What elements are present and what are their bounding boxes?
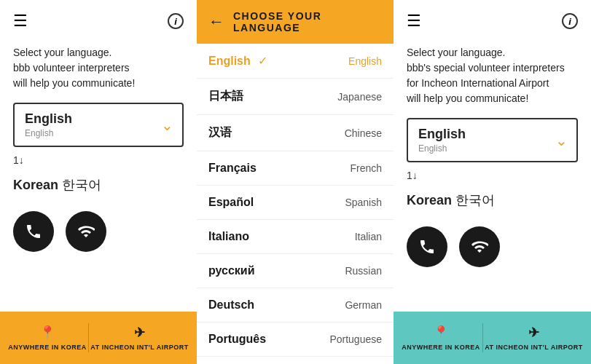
left-footer-airport[interactable]: ✈ AT INCHEON INT'L AIRPORT <box>90 325 188 351</box>
right-footer-bar: 📍 ANYWHERE IN KOREA ✈ AT INCHEON INT'L A… <box>394 312 591 364</box>
back-button[interactable]: ← <box>208 12 224 31</box>
wifi-button-left[interactable] <box>66 211 106 252</box>
lang-english-text: English <box>348 55 382 67</box>
left-footer-bar: 📍 ANYWHERE IN KOREA ✈ AT INCHEON INT'L A… <box>0 312 197 364</box>
panel-left: ☰ i Select your language. bbb volunteer … <box>0 0 197 364</box>
right-target-lang-native: 한국어 <box>455 193 495 207</box>
lang-english-text: Russian <box>345 265 382 277</box>
language-item[interactable]: PortuguêsPortuguese <box>197 323 394 357</box>
lang-native-text: Français <box>208 162 257 175</box>
left-action-buttons <box>13 211 184 252</box>
lang-native-text: 日本語 <box>208 89 243 104</box>
lang-english-text: Portuguese <box>329 333 382 345</box>
info-icon-right[interactable]: i <box>562 13 578 29</box>
lang-english-text: Spanish <box>345 197 382 208</box>
lang-native-text: Italiano <box>208 230 249 243</box>
chevron-down-icon-left: ⌄ <box>161 116 173 134</box>
left-header: ☰ i <box>0 0 197 42</box>
hamburger-icon-left[interactable]: ☰ <box>13 12 28 31</box>
language-item[interactable]: русскийRussian <box>197 254 394 288</box>
right-footer-korea[interactable]: 📍 ANYWHERE IN KOREA <box>402 325 480 351</box>
language-item[interactable]: FrançaisFrench <box>197 151 394 186</box>
wifi-icon-right <box>471 238 488 256</box>
left-target-lang-native: 한국어 <box>62 178 101 192</box>
right-lang-select[interactable]: English English ⌄ <box>407 118 578 162</box>
phone-icon-left <box>25 223 42 240</box>
right-footer-divider <box>482 323 483 352</box>
left-target-lang-english: Korean <box>13 178 58 192</box>
language-list: English✓English日本語Japanese汉语ChineseFranç… <box>197 44 394 364</box>
lang-native-text: English <box>208 55 251 68</box>
language-item[interactable]: EspañolSpanish <box>197 186 394 220</box>
left-footer-korea-label: ANYWHERE IN KOREA <box>8 344 87 351</box>
checkmark-icon: ✓ <box>258 54 267 68</box>
middle-title: CHOOSE YOUR LANGUAGE <box>233 10 382 33</box>
info-icon-left[interactable]: i <box>168 13 184 29</box>
left-sort-icon[interactable]: 1↓ <box>13 154 184 166</box>
phone-icon-right <box>418 238 436 256</box>
right-target-lang-english: Korean <box>407 193 452 207</box>
right-footer-korea-label: ANYWHERE IN KOREA <box>402 344 480 351</box>
call-button-right[interactable] <box>407 226 447 267</box>
left-lang-select[interactable]: English English ⌄ <box>13 103 184 147</box>
hamburger-icon-right[interactable]: ☰ <box>407 12 421 31</box>
left-target-lang: Korean 한국어 <box>13 176 184 194</box>
lang-english-text: Italian <box>355 231 382 242</box>
wifi-button-right[interactable] <box>459 226 500 267</box>
call-button-left[interactable] <box>13 211 54 252</box>
middle-header: ← CHOOSE YOUR LANGUAGE <box>197 0 394 44</box>
language-item[interactable]: العربيةArabic <box>197 357 394 364</box>
right-lang-sub: English <box>418 143 566 154</box>
panel-right: ☰ i Select your language. bbb's special … <box>394 0 591 364</box>
right-tagline: Select your language. bbb's special volu… <box>394 42 591 118</box>
left-footer-korea[interactable]: 📍 ANYWHERE IN KOREA <box>8 325 87 351</box>
lang-english-text: German <box>345 299 382 311</box>
left-footer-airport-label: AT INCHEON INT'L AIRPORT <box>90 344 188 351</box>
lang-english-text: French <box>350 162 382 174</box>
language-item[interactable]: 汉语Chinese <box>197 115 394 151</box>
chevron-down-icon-right: ⌄ <box>555 132 568 149</box>
right-action-buttons <box>407 226 578 267</box>
lang-english-text: Japanese <box>337 91 382 103</box>
right-footer-airport-label: AT INCHEON INT'L AIRPORT <box>485 344 582 351</box>
plane-icon-right: ✈ <box>528 325 540 341</box>
left-lang-sub: English <box>25 128 172 138</box>
right-lang-main: English <box>418 127 566 142</box>
left-lang-main: English <box>25 111 172 127</box>
language-item[interactable]: 日本語Japanese <box>197 79 394 115</box>
lang-native-text: русский <box>208 264 255 277</box>
location-icon-left: 📍 <box>39 325 56 341</box>
plane-icon-left: ✈ <box>134 325 146 341</box>
lang-native-text: Deutsch <box>208 298 254 312</box>
lang-native-text: Português <box>208 333 266 346</box>
wifi-icon-left <box>77 223 95 240</box>
location-icon-right: 📍 <box>433 325 450 341</box>
right-sort-icon[interactable]: 1↓ <box>407 170 578 181</box>
lang-native-text: Español <box>208 196 254 209</box>
language-item[interactable]: DeutschGerman <box>197 288 394 323</box>
lang-english-text: Chinese <box>345 127 382 139</box>
left-tagline: Select your language. bbb volunteer inte… <box>0 42 197 103</box>
right-footer-airport[interactable]: ✈ AT INCHEON INT'L AIRPORT <box>485 325 582 351</box>
left-footer-divider <box>88 323 89 352</box>
right-target-lang: Korean 한국어 <box>407 191 578 209</box>
lang-native-text: 汉语 <box>208 125 232 141</box>
panel-middle: ← CHOOSE YOUR LANGUAGE English✓English日本… <box>197 0 394 364</box>
language-item[interactable]: English✓English <box>197 44 394 79</box>
right-header: ☰ i <box>394 0 591 42</box>
language-item[interactable]: ItalianoItalian <box>197 220 394 254</box>
